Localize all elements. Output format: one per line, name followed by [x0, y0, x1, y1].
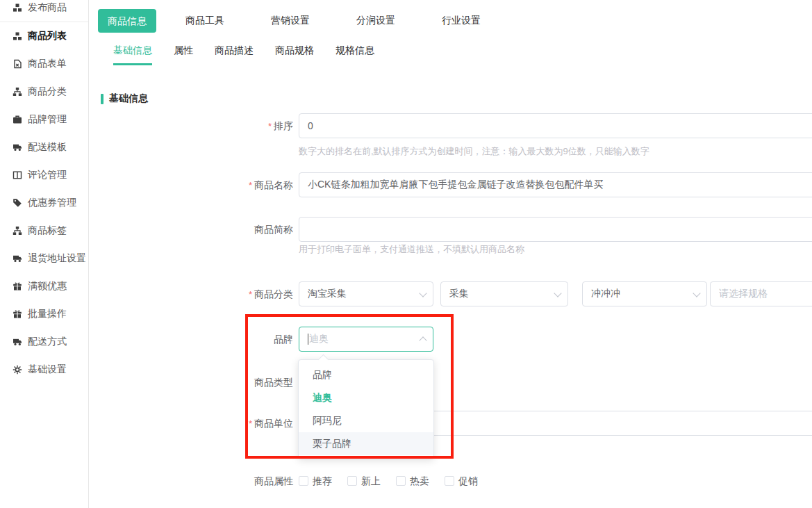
tags-icon — [13, 198, 22, 208]
sidebar-item-label: 品牌管理 — [28, 113, 67, 126]
short-name-row: 商品简称 — [89, 217, 812, 242]
section-accent-bar — [101, 94, 103, 104]
chevron-down-icon — [554, 289, 561, 297]
sidebar-item-label: 基础设置 — [28, 363, 67, 376]
product-type-row: 商品类型 — [89, 375, 812, 389]
sidebar-item-label: 商品表单 — [28, 58, 67, 70]
sitemap-icon — [13, 226, 22, 236]
tab-1[interactable]: 商品信息 — [98, 9, 156, 33]
sidebar-item-9[interactable]: 商品标签 — [0, 217, 88, 245]
sidebar-item-4[interactable]: 商品分类 — [0, 78, 88, 106]
columns-icon — [13, 170, 22, 180]
brand-option-1[interactable]: 品牌 — [299, 363, 433, 386]
short-name-input[interactable] — [299, 217, 812, 242]
sort-label: *排序 — [89, 113, 299, 139]
checkbox-label: 热卖 — [410, 474, 429, 488]
category-select-1[interactable]: 淘宝采集 — [299, 281, 433, 306]
sidebar-item-label: 配送方式 — [28, 336, 67, 348]
sidebar-item-5[interactable]: 品牌管理 — [0, 106, 88, 133]
product-unit-label: *商品单位 — [89, 411, 299, 436]
checkbox-icon — [396, 476, 406, 486]
product-name-label: *商品名称 — [89, 172, 299, 198]
sidebar-item-2[interactable]: 商品列表 — [0, 22, 88, 50]
short-name-label: 商品简称 — [89, 217, 299, 242]
text-cursor — [308, 334, 308, 345]
gift-icon — [13, 281, 22, 291]
tab-4[interactable]: 分润设置 — [356, 15, 395, 27]
chevron-up-icon — [419, 336, 426, 344]
sidebar-item-6[interactable]: 配送模板 — [0, 133, 88, 161]
required-asterisk: * — [249, 180, 252, 190]
cubes-icon — [13, 3, 22, 13]
checkbox-icon — [347, 476, 357, 486]
sort-help-text: 数字大的排名在前,默认排序方式为创建时间，注意：输入最大数为9位数，只能输入数字 — [299, 145, 649, 158]
brand-label: 品牌 — [89, 327, 299, 352]
required-asterisk: * — [268, 121, 272, 131]
brand-placeholder: 迪奥 — [309, 333, 329, 345]
gear-icon — [13, 365, 22, 375]
sidebar-item-12[interactable]: 批量操作 — [0, 300, 88, 328]
attribute-checkbox-3[interactable]: 热卖 — [396, 474, 429, 488]
sidebar-item-label: 配送模板 — [28, 141, 67, 154]
sidebar-item-label: 商品分类 — [28, 85, 67, 98]
required-asterisk: * — [249, 418, 252, 429]
category-selects: 淘宝采集采集冲冲冲请选择规格 — [299, 281, 812, 306]
cubes-icon — [13, 31, 22, 41]
short-name-help-text: 用于打印电子面单，支付通道推送，不填默认用商品名称 — [299, 243, 524, 256]
brand-option-2[interactable]: 迪奥 — [299, 386, 433, 409]
brand-select[interactable]: 迪奥 — [299, 327, 433, 352]
sidebar-item-3[interactable]: 商品表单 — [0, 50, 88, 78]
checkbox-label: 促销 — [458, 474, 478, 488]
sidebar-item-1[interactable]: 发布商品 — [0, 0, 88, 22]
sidebar-item-7[interactable]: 评论管理 — [0, 161, 88, 189]
tab-2[interactable]: 商品工具 — [185, 15, 224, 27]
category-select-4[interactable]: 请选择规格 — [710, 281, 812, 306]
product-attributes-row: 商品属性 推荐新上热卖促销 — [89, 474, 812, 488]
truck-icon — [13, 337, 22, 347]
attribute-checkbox-group: 推荐新上热卖促销 — [299, 474, 478, 488]
briefcase-icon — [13, 115, 22, 124]
sidebar-menu: 发布商品商品列表商品表单商品分类品牌管理配送模板评论管理优惠券管理商品标签退货地… — [0, 0, 88, 384]
sidebar-item-14[interactable]: 基础设置 — [0, 356, 88, 384]
chevron-down-icon — [693, 289, 700, 297]
subtab-5[interactable]: 规格信息 — [335, 44, 374, 65]
tab-5[interactable]: 行业设置 — [442, 15, 481, 27]
product-attributes-label: 商品属性 — [89, 474, 299, 488]
sidebar-item-label: 评论管理 — [28, 169, 67, 181]
tab-3[interactable]: 营销设置 — [271, 15, 310, 27]
section-title: 基础信息 — [109, 92, 148, 105]
sidebar-item-label: 优惠券管理 — [28, 197, 76, 209]
sidebar: 发布商品商品列表商品表单商品分类品牌管理配送模板评论管理优惠券管理商品标签退货地… — [0, 0, 89, 508]
main-content: 商品信息商品工具营销设置分润设置行业设置 基础信息属性商品描述商品规格规格信息 … — [89, 0, 812, 508]
required-asterisk: * — [249, 289, 252, 300]
category-select-3[interactable]: 冲冲冲 — [582, 281, 707, 306]
subtab-4[interactable]: 商品规格 — [275, 44, 314, 65]
subtab-1[interactable]: 基础信息 — [113, 44, 152, 65]
product-name-value: 小CK链条加粗加宽单肩腋下包手提包金属链子改造替换包包配件单买 — [308, 179, 603, 191]
sidebar-item-13[interactable]: 配送方式 — [0, 328, 88, 356]
category-select-value: 冲冲冲 — [591, 288, 620, 300]
product-name-input[interactable]: 小CK链条加粗加宽单肩腋下包手提包金属链子改造替换包包配件单买 — [299, 172, 812, 197]
checkbox-label: 新上 — [361, 474, 381, 488]
category-row: *商品分类 淘宝采集采集冲冲冲请选择规格 — [89, 281, 812, 307]
chevron-down-icon — [419, 289, 426, 297]
subtab-2[interactable]: 属性 — [174, 44, 193, 65]
form-icon — [13, 59, 22, 69]
category-label: *商品分类 — [89, 281, 299, 307]
checkbox-label: 推荐 — [313, 474, 332, 488]
sidebar-item-10[interactable]: 退货地址设置 — [0, 245, 88, 272]
brand-option-4[interactable]: 栗子品牌 — [299, 432, 433, 455]
sidebar-item-8[interactable]: 优惠券管理 — [0, 189, 88, 217]
attribute-checkbox-4[interactable]: 促销 — [445, 474, 478, 488]
sidebar-item-label: 商品标签 — [28, 224, 67, 237]
brand-option-3[interactable]: 阿玛尼 — [299, 409, 433, 432]
attribute-checkbox-1[interactable]: 推荐 — [299, 474, 332, 488]
subtab-3[interactable]: 商品描述 — [215, 44, 254, 65]
sidebar-item-11[interactable]: 满额优惠 — [0, 272, 88, 300]
checkbox-icon — [445, 476, 454, 486]
category-select-2[interactable]: 采集 — [440, 281, 568, 306]
sort-input[interactable]: 0 — [299, 113, 812, 138]
attribute-checkbox-2[interactable]: 新上 — [347, 474, 381, 488]
sub-tabs: 基础信息属性商品描述商品规格规格信息 — [113, 44, 374, 65]
category-select-value: 淘宝采集 — [308, 288, 347, 300]
